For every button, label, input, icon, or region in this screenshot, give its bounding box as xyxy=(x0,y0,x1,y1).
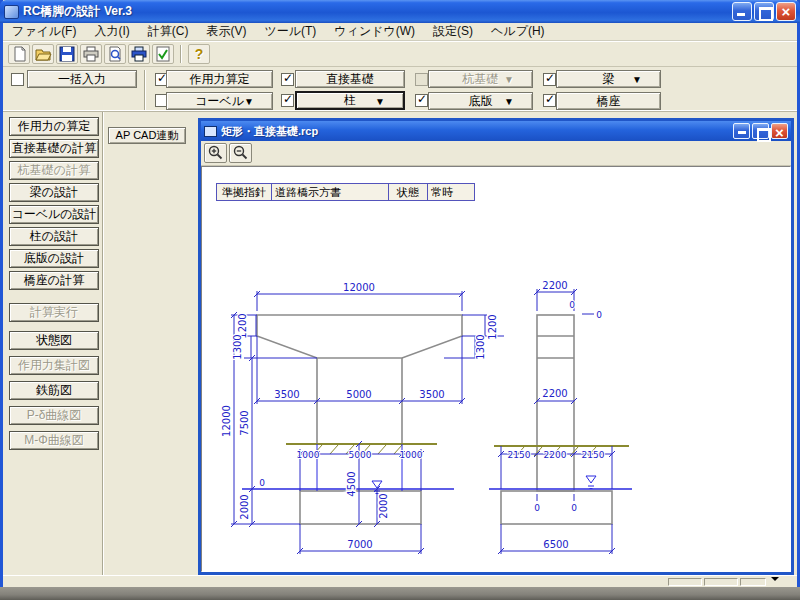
sidebar-beam-design[interactable]: 梁の設計 xyxy=(9,183,99,202)
checkbox-batch-input[interactable] xyxy=(11,73,24,86)
window-title: RC橋脚の設計 Ver.3 xyxy=(23,3,132,20)
sidebar-action-force[interactable]: 作用力の算定 xyxy=(9,117,99,136)
menu-file[interactable]: ファイル(F) xyxy=(3,22,85,41)
dim-cap-taper: 1300 xyxy=(232,334,243,359)
panel-separator xyxy=(144,70,146,110)
desktop: RC橋脚の設計 Ver.3 ファイル(F) 入力(I) 計算(C) 表示(V) … xyxy=(0,0,800,600)
dim-side-zero-right: 0 xyxy=(571,503,577,513)
checkbox-footing[interactable] xyxy=(415,94,428,107)
minimize-button[interactable] xyxy=(732,2,752,21)
status-overflow-arrow-icon[interactable] xyxy=(771,577,779,585)
dim-side-ground-left: 2150 xyxy=(508,450,531,460)
dim-footing-width: 7000 xyxy=(347,539,372,550)
maximize-button[interactable] xyxy=(754,2,774,21)
help-icon[interactable] xyxy=(188,44,210,64)
main-body: 作用力の算定 直接基礎の計算 杭基礎の計算 梁の設計 コーベルの設計 柱の設計 … xyxy=(3,112,797,575)
status-pane xyxy=(668,578,702,586)
dim-water-depth: 2000 xyxy=(378,493,389,518)
sidebar-force-summary-diagram[interactable]: 作用力集計図 xyxy=(9,356,99,375)
dim-side-zero-top: 0 xyxy=(569,300,575,310)
main-toolbar xyxy=(3,41,797,67)
save-icon[interactable] xyxy=(56,44,78,64)
dropdown-arrow-icon xyxy=(504,72,514,86)
pile-foundation-button[interactable]: 杭基礎 xyxy=(428,70,533,88)
footing-button[interactable]: 底版 xyxy=(428,92,533,110)
column-button[interactable]: 柱 xyxy=(295,91,405,110)
bridge-seat-button[interactable]: 橋座 xyxy=(556,92,661,110)
zoom-in-icon[interactable] xyxy=(204,143,227,163)
dim-side-top-width: 2200 xyxy=(542,280,567,291)
document-icon xyxy=(204,126,217,137)
dim-split-left: 3500 xyxy=(274,389,299,400)
dim-side-footing-width: 6500 xyxy=(543,539,568,550)
print-setup-icon[interactable] xyxy=(128,44,150,64)
sidebar-footing-design[interactable]: 底版の設計 xyxy=(9,249,99,268)
sidebar-separator xyxy=(102,112,104,575)
doc-maximize-button[interactable] xyxy=(752,123,769,139)
dim-side-zero-left: 0 xyxy=(534,503,540,513)
sidebar-column-design[interactable]: 柱の設計 xyxy=(9,227,99,246)
checkbox-beam[interactable] xyxy=(543,73,556,86)
sidebar-spread-foundation[interactable]: 直接基礎の計算 xyxy=(9,139,99,158)
dim-side-zero-top2: 0 xyxy=(596,310,602,320)
dim-side-column-depth: 2200 xyxy=(542,388,567,399)
doc-minimize-button[interactable] xyxy=(733,123,750,139)
sidebar-corbel-design[interactable]: コーベルの設計 xyxy=(9,205,99,224)
doc-close-button[interactable] xyxy=(771,123,788,139)
module-panel: 一括入力 作用力算定 直接基礎 杭基礎 梁 コーベル 柱 底版 橋座 xyxy=(3,67,797,112)
menu-help[interactable]: ヘルプ(H) xyxy=(482,22,554,41)
checkbox-pile-foundation[interactable] xyxy=(415,73,428,86)
zoom-out-icon[interactable] xyxy=(229,143,252,163)
document-title: 矩形・直接基礎.rcp xyxy=(221,124,318,139)
dropdown-arrow-icon xyxy=(244,94,254,108)
checkbox-spread-foundation[interactable] xyxy=(281,73,294,86)
report-check-icon[interactable] xyxy=(152,44,174,64)
dim-footing-h: 2000 xyxy=(239,494,250,519)
dim-cap-upper-r: 1200 xyxy=(487,314,498,339)
sidebar-bridge-seat-calc[interactable]: 橋座の計算 xyxy=(9,271,99,290)
sidebar-p-delta-curve[interactable]: P-δ曲線図 xyxy=(9,406,99,425)
menu-tool[interactable]: ツール(T) xyxy=(255,22,325,41)
app-icon xyxy=(4,5,19,19)
dim-side-ground-right: 2150 xyxy=(582,450,605,460)
new-document-icon[interactable] xyxy=(8,44,30,64)
dim-zero-front: 0 xyxy=(259,478,265,488)
sidebar-m-phi-curve[interactable]: M-Φ曲線図 xyxy=(9,431,99,450)
menu-view[interactable]: 表示(V) xyxy=(197,22,255,41)
sidebar-state-diagram[interactable]: 状態図 xyxy=(9,331,99,350)
drawing-canvas: 準拠指針 道路橋示方書 状態 常時 xyxy=(201,166,791,572)
status-pane xyxy=(704,578,738,586)
checkbox-column[interactable] xyxy=(281,94,294,107)
taskbar-strip xyxy=(0,587,800,600)
dropdown-arrow-icon xyxy=(504,94,514,108)
close-button[interactable] xyxy=(776,2,796,21)
document-titlebar[interactable]: 矩形・直接基礎.rcp xyxy=(201,121,791,141)
sidebar-run-calculation[interactable]: 計算実行 xyxy=(9,303,99,322)
main-titlebar[interactable]: RC橋脚の設計 Ver.3 xyxy=(0,0,800,23)
status-pane xyxy=(740,578,766,586)
open-file-icon[interactable] xyxy=(32,44,54,64)
dim-cap-taper-r: 1300 xyxy=(475,334,486,359)
corbel-button[interactable]: コーベル xyxy=(166,92,273,110)
dim-ground-mid: 5000 xyxy=(349,450,372,460)
print-preview-icon[interactable] xyxy=(104,44,126,64)
batch-input-button[interactable]: 一括入力 xyxy=(27,70,137,88)
dim-ground-left: 1000 xyxy=(297,450,320,460)
print-icon[interactable] xyxy=(80,44,102,64)
menu-settings[interactable]: 設定(S) xyxy=(424,22,482,41)
sidebar-pile-foundation[interactable]: 杭基礎の計算 xyxy=(9,161,99,180)
document-toolbar xyxy=(201,141,791,166)
action-force-button[interactable]: 作用力算定 xyxy=(166,70,273,88)
ap-cad-link-button[interactable]: AP CAD連動 xyxy=(108,127,186,144)
toolbar-separator xyxy=(180,45,182,63)
dim-embed-depth: 4500 xyxy=(346,471,357,496)
checkbox-bridge-seat[interactable] xyxy=(543,94,556,107)
menu-input[interactable]: 入力(I) xyxy=(85,22,138,41)
dropdown-arrow-icon xyxy=(632,72,642,86)
menu-window[interactable]: ウィンドウ(W) xyxy=(325,22,424,41)
beam-button[interactable]: 梁 xyxy=(556,70,661,88)
spread-foundation-button[interactable]: 直接基礎 xyxy=(295,70,405,88)
sidebar-rebar-diagram[interactable]: 鉄筋図 xyxy=(9,381,99,400)
menu-calc[interactable]: 計算(C) xyxy=(139,22,198,41)
dim-top-width: 12000 xyxy=(343,282,375,293)
